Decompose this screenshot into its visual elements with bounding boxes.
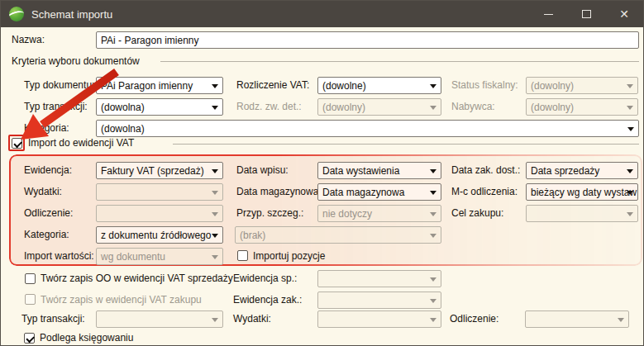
nabywca-label: Nabywca: [451, 98, 495, 116]
chevron-down-icon [212, 212, 218, 216]
chevron-down-icon [618, 318, 624, 322]
tworz-zapis-zakup-label: Twórz zapis w ewidencji VAT zakupu [41, 291, 202, 309]
wydatki-zapis-dropdown [317, 310, 441, 328]
tworz-zapis-zakup-checkbox [25, 294, 36, 305]
chevron-down-icon [430, 106, 436, 110]
kategoria-vat-value: z dokumentu źródłowego [101, 228, 211, 243]
chevron-down-icon [212, 191, 218, 195]
ewidencja-label: Ewidencja: [24, 162, 72, 179]
chevron-down-icon [627, 127, 634, 131]
wydatki-zapis-label: Wydatki: [233, 310, 271, 328]
chevron-down-icon [212, 318, 218, 322]
kategoria-vat-dropdown[interactable]: z dokumentu źródłowego [96, 226, 223, 244]
nazwa-input[interactable] [96, 31, 639, 49]
kryteria-section-divider [160, 61, 639, 62]
chevron-down-icon [212, 84, 218, 88]
chevron-down-icon [627, 169, 633, 173]
typ-dokumentu-dropdown[interactable]: PAi Paragon imienny [96, 77, 223, 94]
odliczenie-zapis-dropdown [525, 310, 629, 328]
rozliczenie-vat-dropdown[interactable]: (dowolne) [317, 77, 441, 94]
chevron-down-icon [430, 169, 436, 173]
data-zak-dost-value: Data sprzedaży [531, 164, 599, 178]
annotation-checkbox-outline [8, 135, 25, 151]
nabywca-value: (dowolny) [531, 100, 574, 115]
chevron-down-icon [430, 318, 436, 322]
ewidencja-sp-dropdown [317, 270, 441, 287]
maximize-icon [582, 10, 591, 18]
chevron-down-icon [212, 106, 218, 110]
import-vat-checkbox-label: Import do ewidencji VAT [28, 135, 134, 152]
rodz-zw-det-dropdown: (dowolny) [317, 98, 441, 116]
cel-zakupu-dropdown [526, 205, 638, 222]
import-wartosci-label: Import wartości: [24, 248, 94, 265]
kryteria-section-title: Kryteria wyboru dokumentów [12, 53, 140, 70]
data-magazynowa-value: Data magazynowa [322, 185, 404, 200]
nabywca-dropdown: (dowolny) [526, 98, 638, 116]
ewidencja-sp-label: Ewidencja sp.: [233, 270, 297, 287]
typ-dokumentu-label: Typ dokumentu: [24, 77, 94, 94]
close-button[interactable]: ✕ [605, 1, 643, 27]
wydatki-dropdown [96, 183, 223, 201]
typ-transakcji-value: (dowolna) [101, 100, 145, 115]
data-zak-dost-label: Data zak. dost.: [451, 162, 520, 179]
typ-dokumentu-value: PAi Paragon imienny [101, 78, 193, 93]
rozliczenie-vat-value: (dowolne) [322, 78, 366, 93]
data-magazynowa-label: Data magazynowa: [236, 183, 322, 201]
podlega-ksiegowaniu-label: Podlega księgowaniu [40, 329, 133, 346]
data-wpisu-dropdown[interactable]: Data wystawienia [317, 162, 441, 179]
ewidencja-dropdown[interactable]: Faktury VAT (sprzedaż) [96, 162, 223, 179]
ewidencja-value: Faktury VAT (sprzedaż) [101, 164, 204, 178]
podlega-ksiegowaniu-checkbox[interactable] [24, 333, 35, 344]
import-wartosci-value: wg dokumentu [101, 249, 165, 264]
chevron-down-icon [430, 234, 436, 238]
tworz-zapis-oo-checkbox[interactable] [25, 273, 36, 284]
window-controls: ✕ [529, 1, 643, 27]
minimize-icon [544, 14, 553, 15]
odliczenie-label: Odliczenie: [24, 205, 73, 222]
minimize-button[interactable] [529, 1, 567, 27]
status-fiskalny-dropdown: (dowolny) [526, 77, 638, 94]
kategoria-vat-label: Kategoria: [24, 226, 69, 244]
typ-transakcji-dropdown[interactable]: (dowolna) [96, 98, 223, 116]
wydatki-label: Wydatki: [24, 183, 62, 201]
import-vat-section-divider [173, 144, 639, 145]
kategoria-value: (dowolna) [101, 121, 145, 136]
importuj-pozycje-checkbox[interactable] [237, 250, 248, 261]
mc-odliczenia-label: M-c odliczenia: [451, 183, 518, 201]
typ-transakcji-label: Typ transakcji: [24, 98, 88, 116]
mc-odliczenia-value: bieżący wg daty wystaw [531, 185, 637, 200]
chevron-down-icon [627, 212, 633, 216]
data-magazynowa-dropdown[interactable]: Data magazynowa [317, 183, 441, 201]
rozliczenie-vat-label: Rozliczenie VAT: [236, 77, 309, 94]
schemat-importu-dialog: Schemat importu ✕ Nazwa: Kryteria wyboru… [0, 0, 644, 346]
rodz-zw-det-value: (dowolny) [322, 100, 365, 115]
tworz-zapis-oo-label: Twórz zapis OO w ewidencji VAT sprzedaży [41, 270, 233, 287]
odliczenie-dropdown [96, 205, 223, 222]
chevron-down-icon [430, 191, 436, 195]
typ-transakcji-zapis-dropdown [96, 310, 223, 328]
rodz-zw-det-label: Rodz. zw. det.: [236, 98, 302, 116]
chevron-down-icon [212, 169, 218, 173]
status-fiskalny-label: Status fiskalny: [451, 77, 518, 94]
chevron-down-icon [212, 255, 218, 259]
kategoria-dodatkowa-value: (brak) [240, 228, 265, 243]
import-wartosci-dropdown: wg dokumentu [96, 248, 223, 265]
kategoria-dodatkowa-dropdown: (brak) [235, 226, 441, 244]
odliczenie-zapis-label: Odliczenie: [450, 310, 499, 328]
ewidencja-zak-label: Ewidencja zak.: [233, 291, 302, 309]
status-fiskalny-value: (dowolny) [531, 78, 574, 93]
nazwa-label: Nazwa: [12, 31, 45, 49]
window-title: Schemat importu [31, 8, 112, 21]
importuj-pozycje-label: Importuj pozycje [253, 248, 325, 265]
mc-odliczenia-dropdown[interactable]: bieżący wg daty wystaw [526, 183, 638, 201]
typ-transakcji-zapis-label: Typ transakcji: [21, 310, 85, 328]
data-zak-dost-dropdown[interactable]: Data sprzedaży [526, 162, 638, 179]
chevron-down-icon [430, 277, 436, 282]
maximize-button[interactable] [567, 1, 605, 27]
przyp-szczeg-label: Przyp. szczeg.: [236, 205, 303, 222]
przyp-szczeg-value: nie dotyczy [322, 206, 372, 221]
title-bar: Schemat importu ✕ [1, 1, 643, 27]
przyp-szczeg-dropdown: nie dotyczy [317, 205, 441, 222]
kategoria-dropdown[interactable]: (dowolna) [96, 120, 639, 137]
data-wpisu-value: Data wystawienia [322, 164, 399, 178]
